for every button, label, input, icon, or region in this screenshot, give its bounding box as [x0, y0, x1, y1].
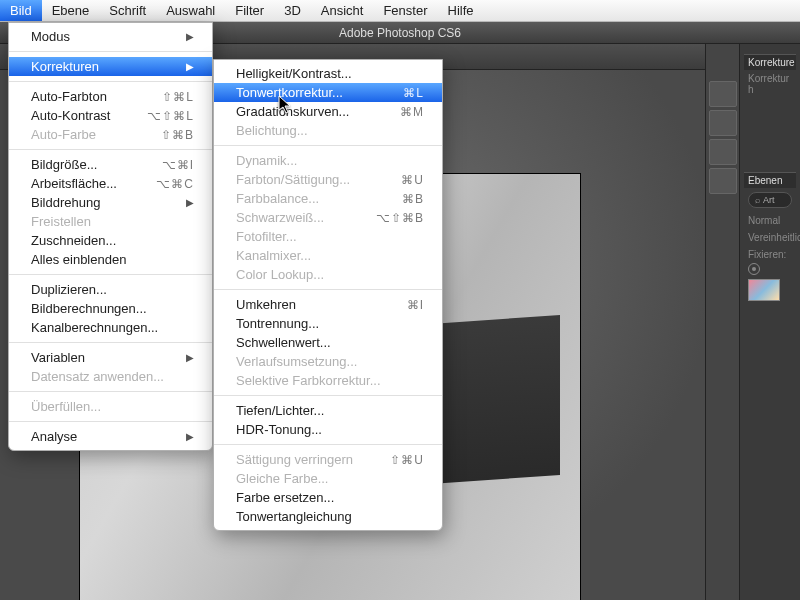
- menu-item-label: Auto-Farbe: [31, 127, 96, 142]
- menubar: BildEbeneSchriftAuswahlFilter3DAnsichtFe…: [0, 0, 800, 22]
- app-title: Adobe Photoshop CS6: [339, 26, 461, 40]
- right-dock: Korrekture Korrektur h Ebenen ⌕ Art Norm…: [705, 44, 800, 600]
- menu-item-label: Alles einblenden: [31, 252, 126, 267]
- submenu-korrekturen-item: Fotofilter...: [214, 227, 442, 246]
- layer-filter-label: Art: [763, 195, 775, 205]
- menu-item-label: Gradationskurven...: [236, 104, 349, 119]
- submenu-korrekturen: Helligkeit/Kontrast...Tonwertkorrektur..…: [213, 59, 443, 531]
- layer-thumbnail[interactable]: [748, 279, 780, 301]
- menu-bild-item: Datensatz anwenden...: [9, 367, 212, 386]
- menu-item-label: Umkehren: [236, 297, 296, 312]
- menu-separator: [9, 342, 212, 343]
- menu-item-shortcut: ⌘U: [401, 173, 424, 187]
- layer-row[interactable]: [744, 263, 796, 307]
- menubar-item-ebene[interactable]: Ebene: [42, 0, 100, 21]
- menubar-item-fenster[interactable]: Fenster: [373, 0, 437, 21]
- menu-item-label: Farbbalance...: [236, 191, 319, 206]
- submenu-korrekturen-item[interactable]: Tiefen/Lichter...: [214, 401, 442, 420]
- menu-item-label: Bilddrehung: [31, 195, 100, 210]
- submenu-korrekturen-item: Dynamik...: [214, 151, 442, 170]
- panel-icon[interactable]: [709, 139, 737, 165]
- menu-bild-item[interactable]: Bildgröße...⌥⌘I: [9, 155, 212, 174]
- submenu-korrekturen-item[interactable]: Helligkeit/Kontrast...: [214, 64, 442, 83]
- panel-header-layers[interactable]: Ebenen: [744, 172, 796, 188]
- menubar-item-3d[interactable]: 3D: [274, 0, 311, 21]
- menu-bild: Modus▶Korrekturen▶Auto-Farbton⇧⌘LAuto-Ko…: [8, 22, 213, 451]
- menu-separator: [9, 51, 212, 52]
- menu-separator: [9, 81, 212, 82]
- menu-item-label: Dynamik...: [236, 153, 297, 168]
- menu-bild-item[interactable]: Duplizieren...: [9, 280, 212, 299]
- menu-bild-item[interactable]: Auto-Kontrast⌥⇧⌘L: [9, 106, 212, 125]
- submenu-korrekturen-item[interactable]: Tonwertkorrektur...⌘L: [214, 83, 442, 102]
- menu-item-label: Farbton/Sättigung...: [236, 172, 350, 187]
- menu-item-label: Tonwertkorrektur...: [236, 85, 343, 100]
- menu-bild-item[interactable]: Modus▶: [9, 27, 212, 46]
- menu-separator: [9, 274, 212, 275]
- submenu-korrekturen-item[interactable]: Umkehren⌘I: [214, 295, 442, 314]
- submenu-korrekturen-item[interactable]: Gradationskurven...⌘M: [214, 102, 442, 121]
- submenu-korrekturen-item: Sättigung verringern⇧⌘U: [214, 450, 442, 469]
- menubar-item-ansicht[interactable]: Ansicht: [311, 0, 374, 21]
- menu-item-label: Kanalmixer...: [236, 248, 311, 263]
- menu-item-label: Datensatz anwenden...: [31, 369, 164, 384]
- menu-item-shortcut: ⇧⌘L: [162, 90, 194, 104]
- menu-bild-item: Überfüllen...: [9, 397, 212, 416]
- menu-item-shortcut: ⇧⌘B: [161, 128, 194, 142]
- menu-item-shortcut: ⇧⌘U: [390, 453, 424, 467]
- menu-bild-item[interactable]: Bildberechnungen...: [9, 299, 212, 318]
- menu-item-label: Arbeitsfläche...: [31, 176, 117, 191]
- submenu-korrekturen-item[interactable]: Schwellenwert...: [214, 333, 442, 352]
- submenu-arrow-icon: ▶: [186, 352, 194, 363]
- submenu-korrekturen-item[interactable]: Farbe ersetzen...: [214, 488, 442, 507]
- submenu-arrow-icon: ▶: [186, 197, 194, 208]
- menu-item-shortcut: ⌥⌘I: [162, 158, 194, 172]
- menu-item-label: Verlaufsumsetzung...: [236, 354, 357, 369]
- submenu-korrekturen-item[interactable]: Tontrennung...: [214, 314, 442, 333]
- menu-item-label: Farbe ersetzen...: [236, 490, 334, 505]
- menu-item-shortcut: ⌥⇧⌘B: [376, 211, 424, 225]
- menu-bild-item[interactable]: Variablen▶: [9, 348, 212, 367]
- menu-item-label: Analyse: [31, 429, 77, 444]
- menu-item-shortcut: ⌘I: [407, 298, 424, 312]
- menu-item-shortcut: ⌘M: [400, 105, 424, 119]
- menu-bild-item[interactable]: Alles einblenden: [9, 250, 212, 269]
- menu-bild-item[interactable]: Analyse▶: [9, 427, 212, 446]
- menu-bild-item[interactable]: Arbeitsfläche...⌥⌘C: [9, 174, 212, 193]
- menu-separator: [214, 145, 442, 146]
- menu-item-label: Zuschneiden...: [31, 233, 116, 248]
- menu-item-label: Auto-Farbton: [31, 89, 107, 104]
- menu-item-label: Duplizieren...: [31, 282, 107, 297]
- submenu-korrekturen-item: Selektive Farbkorrektur...: [214, 371, 442, 390]
- menu-separator: [214, 289, 442, 290]
- blend-mode-dropdown[interactable]: Normal: [744, 212, 796, 229]
- menubar-item-hilfe[interactable]: Hilfe: [438, 0, 484, 21]
- panel-icon[interactable]: [709, 81, 737, 107]
- submenu-korrekturen-item: Belichtung...: [214, 121, 442, 140]
- layer-filter-search[interactable]: ⌕ Art: [748, 192, 792, 208]
- menu-bild-item[interactable]: Bilddrehung▶: [9, 193, 212, 212]
- menu-item-shortcut: ⌘B: [402, 192, 424, 206]
- panel-header-adjustments[interactable]: Korrekture: [744, 54, 796, 70]
- menu-separator: [214, 444, 442, 445]
- panel-icon[interactable]: [709, 168, 737, 194]
- menu-item-label: Color Lookup...: [236, 267, 324, 282]
- menu-bild-item[interactable]: Korrekturen▶: [9, 57, 212, 76]
- menu-bild-item[interactable]: Kanalberechnungen...: [9, 318, 212, 337]
- menubar-item-schrift[interactable]: Schrift: [99, 0, 156, 21]
- menu-separator: [9, 421, 212, 422]
- menubar-item-bild[interactable]: Bild: [0, 0, 42, 21]
- menu-bild-item[interactable]: Auto-Farbton⇧⌘L: [9, 87, 212, 106]
- menu-bild-item[interactable]: Zuschneiden...: [9, 231, 212, 250]
- panel-icon[interactable]: [709, 110, 737, 136]
- menu-item-shortcut: ⌥⇧⌘L: [147, 109, 194, 123]
- menu-item-label: Tonwertangleichung: [236, 509, 352, 524]
- menubar-item-filter[interactable]: Filter: [225, 0, 274, 21]
- submenu-korrekturen-item[interactable]: Tonwertangleichung: [214, 507, 442, 526]
- menu-item-label: Überfüllen...: [31, 399, 101, 414]
- menu-separator: [9, 149, 212, 150]
- visibility-icon[interactable]: [748, 263, 760, 275]
- submenu-korrekturen-item[interactable]: HDR-Tonung...: [214, 420, 442, 439]
- menu-item-label: Auto-Kontrast: [31, 108, 111, 123]
- menubar-item-auswahl[interactable]: Auswahl: [156, 0, 225, 21]
